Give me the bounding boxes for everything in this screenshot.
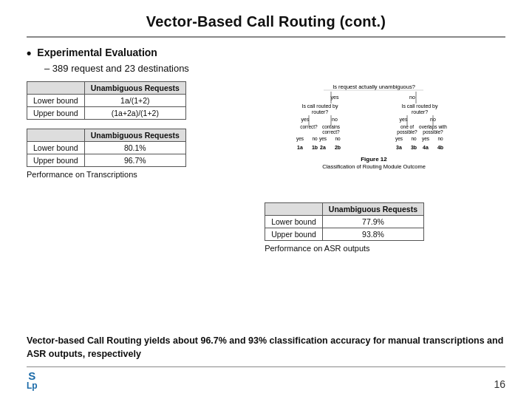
perf-t-row2-value: 96.7% xyxy=(84,154,185,167)
svg-text:1a: 1a xyxy=(297,145,303,150)
perf-t-row-1: Lower bound 80.1% xyxy=(27,142,186,154)
perf-t-col-empty xyxy=(27,129,85,142)
formula-row1-label: Lower bound xyxy=(27,95,85,107)
logo: S Lp xyxy=(27,370,38,390)
flowchart-area: Is request actually unambiguous? yes no … xyxy=(265,81,486,198)
perf-asr-row2-value: 93.8% xyxy=(322,228,423,241)
perf-asr-label: Performance on ASR outputs xyxy=(265,244,369,253)
right-column: Is request actually unambiguous? yes no … xyxy=(265,81,505,324)
svg-text:contains: contains xyxy=(322,124,341,129)
perf-transcriptions-table: Unambiguous Requests Lower bound 80.1% U… xyxy=(27,129,186,167)
svg-text:no: no xyxy=(335,136,341,141)
formula-table: Unambiguous Requests Lower bound 1a/(1+2… xyxy=(27,81,186,120)
perf-asr-row-2: Upper bound 93.8% xyxy=(265,228,424,241)
formula-row1-value: 1a/(1+2) xyxy=(84,95,185,107)
svg-text:yes: yes xyxy=(331,95,339,100)
svg-text:no: no xyxy=(438,136,444,141)
flowchart-svg: Is request actually unambiguous? yes no … xyxy=(265,81,482,196)
svg-text:correct?: correct? xyxy=(300,124,318,129)
svg-text:no: no xyxy=(332,117,338,122)
perf-asr-row1-label: Lower bound xyxy=(265,216,323,228)
formula-col-header-empty xyxy=(27,82,85,95)
svg-text:yes: yes xyxy=(422,136,430,142)
perf-asr-block: Unambiguous Requests Lower bound 77.9% U… xyxy=(265,202,424,253)
footer: S Lp 16 xyxy=(27,366,505,390)
svg-text:router?: router? xyxy=(312,109,328,115)
formula-col-header: Unambiguous Requests xyxy=(84,82,185,95)
svg-text:Is call routed by: Is call routed by xyxy=(402,103,439,109)
svg-text:no: no xyxy=(412,136,417,141)
svg-text:3b: 3b xyxy=(411,145,417,150)
formula-row2-value: (1a+2a)/(1+2) xyxy=(84,107,185,120)
perf-t-col-header: Unambiguous Requests xyxy=(84,129,185,142)
svg-text:yes: yes xyxy=(296,136,304,142)
formula-row2-label: Upper bound xyxy=(27,107,85,120)
svg-text:yes: yes xyxy=(395,136,403,142)
page-number: 16 xyxy=(494,378,505,390)
bottom-summary-text: Vector-based Call Routing yields about 9… xyxy=(27,334,505,361)
left-column: Unambiguous Requests Lower bound 1a/(1+2… xyxy=(27,81,253,324)
svg-text:no: no xyxy=(409,95,415,100)
slide: Vector-Based Call Routing (cont.) • Expe… xyxy=(0,0,532,399)
bullet-dot: • xyxy=(27,47,31,60)
svg-text:possible?: possible? xyxy=(423,129,443,135)
svg-text:Classification of Routing Modu: Classification of Routing Module Outcome xyxy=(322,163,426,170)
svg-text:possible?: possible? xyxy=(397,129,417,135)
svg-text:no: no xyxy=(313,136,318,141)
perf-transcriptions-block: Unambiguous Requests Lower bound 80.1% U… xyxy=(27,129,253,179)
svg-text:yes: yes xyxy=(301,117,310,123)
perf-transcriptions-label: Performance on Transcriptions xyxy=(27,170,137,179)
logo-lp: Lp xyxy=(27,381,38,390)
bullet-main-text: Experimental Evaluation xyxy=(37,47,157,58)
svg-text:4b: 4b xyxy=(437,145,443,150)
content-area: Unambiguous Requests Lower bound 1a/(1+2… xyxy=(27,81,505,324)
svg-text:Figure 12: Figure 12 xyxy=(361,156,387,163)
perf-t-row1-value: 80.1% xyxy=(84,142,185,154)
perf-asr-table: Unambiguous Requests Lower bound 77.9% U… xyxy=(265,202,424,241)
bullet-main: • Experimental Evaluation xyxy=(27,47,505,60)
perf-asr-col-header: Unambiguous Requests xyxy=(322,203,423,216)
title-divider xyxy=(27,36,505,38)
formula-row-1: Lower bound 1a/(1+2) xyxy=(27,95,186,107)
logo-s: S xyxy=(28,370,35,381)
svg-text:4a: 4a xyxy=(423,145,429,150)
svg-text:correct?: correct? xyxy=(322,129,340,134)
svg-text:2a: 2a xyxy=(320,145,326,150)
svg-text:2b: 2b xyxy=(335,145,341,150)
perf-asr-row-1: Lower bound 77.9% xyxy=(265,216,424,228)
svg-text:Is call routed by: Is call routed by xyxy=(302,103,339,109)
svg-text:1b: 1b xyxy=(312,145,318,150)
svg-text:one of: one of xyxy=(400,124,414,129)
perf-asr-col-empty xyxy=(265,203,323,216)
formula-row-2: Upper bound (1a+2a)/(1+2) xyxy=(27,107,186,120)
bullet-sub: – 389 request and 23 destinations xyxy=(44,63,505,74)
perf-t-row1-label: Lower bound xyxy=(27,142,85,154)
slide-title: Vector-Based Call Routing (cont.) xyxy=(27,13,505,30)
formula-table-block: Unambiguous Requests Lower bound 1a/(1+2… xyxy=(27,81,253,120)
svg-text:yes: yes xyxy=(400,117,408,123)
perf-asr-row1-value: 77.9% xyxy=(322,216,423,228)
bullet-section: • Experimental Evaluation – 389 request … xyxy=(27,47,505,75)
svg-text:3a: 3a xyxy=(396,145,402,150)
perf-t-row2-label: Upper bound xyxy=(27,154,85,167)
svg-text:router?: router? xyxy=(412,109,428,115)
flowchart-top-question: Is request actually unambiguous? xyxy=(332,83,415,90)
svg-text:yes: yes xyxy=(319,136,327,142)
perf-t-row-2: Upper bound 96.7% xyxy=(27,154,186,167)
perf-asr-row2-label: Upper bound xyxy=(265,228,323,241)
